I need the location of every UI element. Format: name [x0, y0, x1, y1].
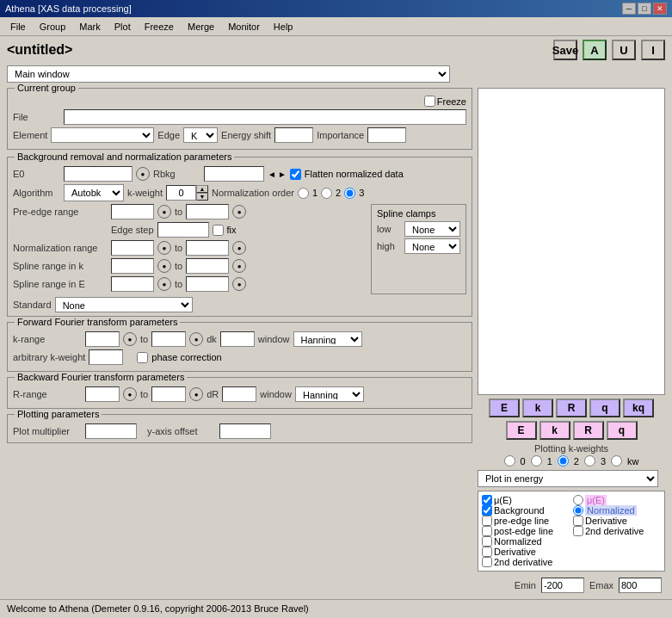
spline-high-select[interactable]: None [404, 238, 460, 254]
algorithm-select[interactable]: Autobk [64, 184, 124, 201]
maximize-button[interactable]: □ [638, 3, 651, 15]
pre-edge-min-btn[interactable]: ● [157, 205, 171, 219]
kw-kw-radio[interactable] [611, 455, 622, 467]
norm-order-1-radio[interactable] [298, 188, 309, 199]
plot-btn-kq1[interactable]: kq [623, 399, 654, 417]
legend-normalized-checkbox[interactable] [482, 536, 492, 547]
bwd-window-select[interactable]: Hanning [295, 386, 364, 402]
plot-btn-q1[interactable]: q [589, 399, 620, 417]
rbkg-input[interactable] [204, 166, 264, 182]
e0-circle-btn[interactable]: ● [136, 167, 150, 181]
kweight-input[interactable] [166, 185, 196, 201]
rrange-max-btn[interactable]: ● [189, 387, 203, 401]
arb-kweight-input[interactable] [89, 349, 123, 365]
pre-edge-min[interactable] [111, 204, 154, 219]
legend-derivative2-checkbox[interactable] [573, 516, 583, 526]
rrange-max[interactable] [151, 386, 186, 402]
kw-1-radio[interactable] [531, 455, 542, 467]
spline-e-min-btn[interactable]: ● [157, 277, 171, 291]
rrange-min-btn[interactable]: ● [123, 387, 137, 401]
krange-min[interactable] [85, 331, 120, 347]
spline-k-max-btn[interactable]: ● [232, 259, 246, 273]
legend-derivative-checkbox[interactable] [482, 547, 492, 557]
plot-btn-q2[interactable]: q [607, 421, 638, 440]
legend-2nd-deriv2-checkbox[interactable] [573, 526, 583, 536]
spline-e-max[interactable] [186, 276, 229, 292]
spline-k-max[interactable] [186, 258, 229, 274]
edge-step-input[interactable] [157, 222, 209, 238]
dk-input[interactable] [220, 331, 255, 347]
close-button[interactable]: ✕ [653, 3, 667, 15]
menu-group[interactable]: Group [33, 20, 73, 34]
emax-input[interactable] [619, 578, 662, 593]
main-window-select[interactable]: Main window [7, 65, 450, 83]
legend-normalized2-label: Normalized [585, 505, 637, 516]
pre-edge-max[interactable] [186, 204, 229, 219]
legend-mu-e-checkbox[interactable] [482, 495, 492, 505]
energy-shift-input[interactable] [274, 127, 313, 143]
spline-k-min-btn[interactable]: ● [157, 259, 171, 273]
phase-correction-checkbox[interactable] [137, 352, 148, 363]
legend-pre-edge-checkbox[interactable] [482, 516, 492, 526]
krange-max[interactable] [151, 331, 186, 347]
norm-max-btn[interactable]: ● [232, 241, 246, 255]
dr-input[interactable] [222, 386, 256, 402]
save-button[interactable]: Save [553, 40, 577, 60]
plot-multiplier-input[interactable] [85, 423, 137, 439]
legend-2nd-deriv-checkbox[interactable] [482, 557, 492, 567]
legend-post-edge-checkbox[interactable] [482, 526, 492, 536]
btn-a[interactable]: A [583, 40, 607, 60]
flatten-checkbox[interactable] [290, 169, 301, 180]
menu-file[interactable]: File [3, 20, 33, 34]
kweight-down[interactable]: ▼ [196, 193, 208, 201]
krange-max-btn[interactable]: ● [189, 332, 203, 346]
btn-i[interactable]: I [641, 40, 665, 60]
edge-select[interactable]: K [183, 127, 218, 143]
legend-background-checkbox[interactable] [482, 505, 492, 516]
norm-order-2-radio[interactable] [321, 188, 332, 199]
kw-0-radio[interactable] [504, 455, 515, 467]
plot-btn-e2[interactable]: E [506, 421, 537, 440]
standard-select[interactable]: None [55, 297, 193, 312]
fwd-window-select[interactable]: Hanning [293, 331, 362, 347]
e0-input[interactable] [64, 166, 133, 182]
spline-e-min[interactable] [111, 276, 154, 292]
spline-k-min[interactable] [111, 258, 154, 274]
menu-monitor[interactable]: Monitor [221, 20, 267, 34]
spline-e-max-btn[interactable]: ● [232, 277, 246, 291]
menu-help[interactable]: Help [267, 20, 300, 34]
kweight-up[interactable]: ▲ [196, 185, 208, 193]
legend-2nd-deriv2-row: 2nd derivative [573, 526, 661, 536]
norm-range-min[interactable] [111, 240, 154, 256]
pre-edge-max-btn[interactable]: ● [232, 205, 246, 219]
legend-mu-e2-radio[interactable] [573, 495, 583, 505]
menu-merge[interactable]: Merge [181, 20, 221, 34]
krange-min-btn[interactable]: ● [123, 332, 137, 346]
element-select[interactable] [51, 127, 154, 143]
plot-btn-r1[interactable]: R [556, 399, 587, 417]
norm-order-3-radio[interactable] [344, 188, 355, 199]
plot-btn-k1[interactable]: k [522, 399, 553, 417]
plot-btn-e1[interactable]: E [489, 399, 520, 417]
plot-btn-k2[interactable]: k [539, 421, 570, 440]
menu-plot[interactable]: Plot [108, 20, 138, 34]
rrange-min[interactable] [85, 386, 120, 402]
menu-mark[interactable]: Mark [72, 20, 107, 34]
file-input[interactable] [64, 109, 466, 125]
emin-input[interactable] [541, 578, 584, 593]
menu-freeze[interactable]: Freeze [138, 20, 181, 34]
kw-3-radio[interactable] [584, 455, 595, 467]
importance-input[interactable] [367, 127, 406, 143]
btn-u[interactable]: U [612, 40, 636, 60]
norm-range-max[interactable] [186, 240, 229, 256]
minimize-button[interactable]: ─ [622, 3, 636, 15]
fix-checkbox[interactable] [213, 225, 224, 236]
norm-min-btn[interactable]: ● [157, 241, 171, 255]
yaxis-input[interactable] [219, 423, 271, 439]
plot-energy-select[interactable]: Plot in energy [478, 470, 658, 487]
plot-btn-r2[interactable]: R [573, 421, 604, 440]
freeze-checkbox[interactable] [424, 96, 435, 107]
spline-low-select[interactable]: None [404, 221, 460, 237]
legend-normalized2-radio[interactable] [573, 505, 583, 516]
kw-2-radio[interactable] [558, 455, 569, 467]
